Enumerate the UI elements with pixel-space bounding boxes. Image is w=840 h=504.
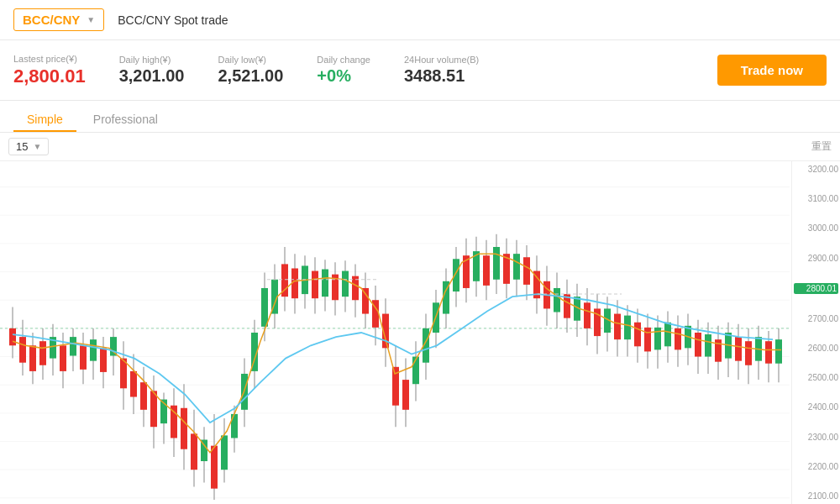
svg-rect-58	[221, 435, 228, 470]
daily-low-value: 2,521.00	[218, 66, 284, 86]
svg-rect-152	[695, 333, 701, 357]
svg-rect-16	[9, 328, 16, 345]
chart-container: 15 ▼ 重置 日 微比特 - BCC/CNY, 15 开= 2800.01 高…	[0, 133, 840, 504]
svg-rect-104	[453, 259, 459, 291]
svg-rect-154	[705, 334, 711, 357]
svg-rect-168	[775, 339, 782, 364]
pair-label: BCC/CNY	[23, 13, 80, 27]
daily-low-label: Daily low(¥)	[218, 55, 284, 65]
svg-rect-86	[362, 288, 369, 314]
interval-selector[interactable]: 15 ▼	[8, 138, 49, 155]
app-container: BCC/CNY ▼ BCC/CNY Spot trade Lastest pri…	[0, 0, 840, 504]
svg-rect-82	[342, 271, 349, 297]
svg-rect-56	[211, 446, 218, 489]
svg-rect-66	[261, 288, 268, 327]
y-label-3100: 3100.00	[794, 194, 838, 203]
y-label-2400: 2400.00	[794, 402, 838, 412]
svg-rect-142	[644, 328, 651, 352]
y-axis: 3200.00 3100.00 3000.00 2900.00 2800.01 …	[791, 161, 840, 504]
svg-rect-136	[614, 314, 621, 340]
svg-rect-138	[624, 316, 631, 340]
last-price-label: Lastest price(¥)	[13, 54, 86, 64]
svg-rect-140	[634, 323, 641, 347]
reset-button[interactable]: 重置	[811, 139, 832, 154]
last-price-stat: Lastest price(¥) 2,800.01	[13, 54, 86, 87]
svg-rect-94	[402, 380, 409, 410]
stats-bar: Lastest price(¥) 2,800.01 Daily high(¥) …	[0, 40, 840, 101]
svg-rect-76	[312, 271, 318, 299]
y-label-2700: 2700.00	[794, 314, 838, 323]
interval-chevron-icon: ▼	[33, 142, 41, 151]
daily-low-stat: Daily low(¥) 2,521.00	[218, 55, 284, 86]
header: BCC/CNY ▼ BCC/CNY Spot trade	[0, 0, 840, 40]
svg-rect-28	[70, 337, 76, 355]
daily-change-stat: Daily change +0%	[317, 55, 370, 86]
volume-value: 3488.51	[404, 66, 479, 86]
svg-rect-30	[80, 345, 87, 370]
svg-rect-166	[765, 341, 772, 364]
svg-rect-124	[554, 288, 560, 312]
svg-rect-146	[664, 323, 671, 347]
svg-rect-78	[322, 270, 328, 297]
volume-stat: 24Hour volume(B) 3488.51	[404, 55, 479, 86]
svg-rect-130	[584, 302, 591, 328]
svg-rect-52	[191, 433, 197, 470]
svg-rect-34	[100, 348, 107, 372]
svg-rect-96	[412, 357, 419, 385]
candlestick-chart	[0, 161, 790, 504]
svg-rect-42	[140, 382, 147, 410]
svg-rect-20	[29, 345, 36, 371]
svg-rect-50	[181, 408, 187, 449]
chart-toolbar: 15 ▼ 重置	[0, 133, 840, 161]
trade-now-button[interactable]: Trade now	[717, 55, 827, 86]
chevron-down-icon: ▼	[87, 15, 95, 24]
svg-rect-112	[493, 247, 500, 280]
y-label-3200: 3200.00	[794, 165, 838, 174]
y-label-2900: 2900.00	[794, 254, 838, 263]
y-label-2300: 2300.00	[794, 433, 838, 442]
svg-rect-22	[39, 341, 46, 365]
chart-body: 日 微比特 - BCC/CNY, 15 开= 2800.01 高= 2800.0…	[0, 161, 840, 504]
svg-rect-148	[675, 328, 681, 350]
svg-rect-116	[513, 254, 520, 280]
svg-rect-160	[735, 337, 742, 361]
svg-rect-32	[90, 339, 97, 361]
daily-high-value: 3,201.00	[119, 66, 185, 86]
pair-selector[interactable]: BCC/CNY ▼	[13, 8, 104, 31]
tab-professional[interactable]: Professional	[80, 108, 171, 132]
svg-rect-40	[130, 371, 137, 397]
y-label-3000: 3000.00	[794, 223, 838, 233]
daily-change-label: Daily change	[317, 55, 370, 65]
y-label-2800: 2800.01	[794, 283, 838, 294]
svg-rect-162	[745, 341, 752, 365]
tabs-bar: Simple Professional	[0, 101, 840, 133]
y-label-2200: 2200.00	[794, 462, 838, 471]
daily-high-label: Daily high(¥)	[119, 55, 185, 65]
header-title: BCC/CNY Spot trade	[118, 13, 228, 27]
svg-rect-18	[19, 337, 26, 363]
y-label-2600: 2600.00	[794, 344, 838, 353]
daily-high-stat: Daily high(¥) 3,201.00	[119, 55, 185, 86]
y-label-2100: 2100.00	[794, 491, 838, 501]
last-price-value: 2,800.01	[13, 66, 86, 87]
svg-rect-110	[483, 255, 490, 286]
interval-value: 15	[16, 140, 28, 153]
svg-rect-26	[60, 345, 66, 371]
volume-label: 24Hour volume(B)	[404, 55, 479, 65]
tab-simple[interactable]: Simple	[13, 108, 76, 132]
svg-rect-118	[523, 257, 530, 285]
daily-change-value: +0%	[317, 66, 370, 86]
svg-rect-60	[231, 414, 238, 438]
y-label-2500: 2500.00	[794, 373, 838, 382]
